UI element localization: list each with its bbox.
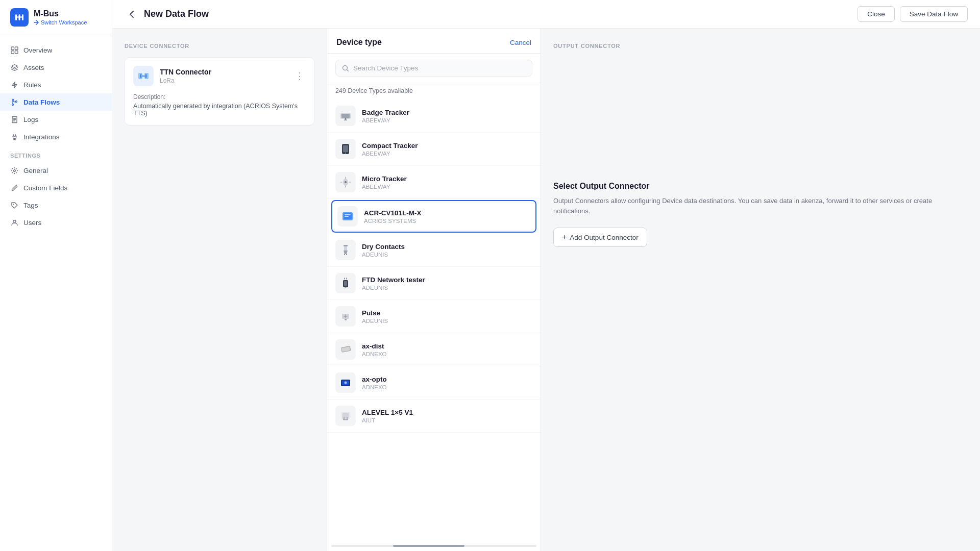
- edit-icon: [10, 184, 18, 192]
- sidebar-overview-label: Overview: [23, 46, 52, 54]
- save-data-flow-button[interactable]: Save Data Flow: [900, 6, 968, 22]
- close-button[interactable]: Close: [857, 6, 895, 22]
- add-output-label: Add Output Connector: [570, 234, 638, 241]
- plug-icon: [10, 133, 18, 141]
- svg-rect-29: [345, 216, 349, 217]
- sidebar-logo: M-Bus Switch Workspace: [0, 0, 112, 35]
- device-brand: ADEUNIS: [362, 318, 388, 324]
- connector-card-header: TTN Connector LoRa ⋮: [133, 66, 306, 86]
- svg-rect-30: [344, 245, 348, 246]
- workspace-name: M-Bus: [34, 9, 87, 18]
- output-connector-panel-label: OUTPUT CONNECTOR: [553, 43, 968, 49]
- svg-point-13: [13, 220, 16, 222]
- plus-icon: +: [562, 233, 567, 242]
- sidebar-item-general[interactable]: General: [0, 162, 112, 179]
- output-connector-panel: OUTPUT CONNECTOR Select Output Connector…: [541, 29, 980, 551]
- sidebar-item-users[interactable]: Users: [0, 214, 112, 231]
- device-name: FTD Network tester: [362, 276, 425, 284]
- sidebar-assets-label: Assets: [23, 64, 44, 71]
- svg-rect-7: [15, 51, 18, 54]
- device-name: ALEVEL 1×5 V1: [362, 409, 413, 416]
- svg-rect-14: [138, 73, 142, 79]
- device-item[interactable]: Pulse ADEUNIS: [327, 300, 541, 333]
- sidebar-item-custom-fields[interactable]: Custom Fields: [0, 179, 112, 196]
- output-connector-title: Select Output Connector: [553, 182, 968, 191]
- device-item[interactable]: ALEVEL 1×5 V1 AIUT: [327, 399, 541, 433]
- cancel-button[interactable]: Cancel: [510, 39, 531, 46]
- connector-name: TTN Connector: [160, 68, 211, 76]
- device-brand: ABEEWAY: [362, 184, 407, 190]
- sidebar-item-data-flows[interactable]: Data Flows: [0, 93, 112, 111]
- device-info: Pulse ADEUNIS: [362, 309, 388, 324]
- device-name: Dry Contacts: [362, 243, 405, 251]
- svg-rect-15: [144, 73, 149, 79]
- device-name: Micro Tracker: [362, 175, 407, 183]
- svg-rect-47: [347, 417, 348, 419]
- device-type-title: Device type: [336, 38, 382, 47]
- device-connector-panel-label: DEVICE CONNECTOR: [125, 43, 314, 49]
- page-title: New Data Flow: [144, 9, 209, 19]
- device-item[interactable]: FTD Network tester ADEUNIS: [327, 267, 541, 300]
- search-input-wrap: [335, 60, 532, 77]
- device-item[interactable]: Badge Tracker ABEEWAY: [327, 99, 541, 133]
- layers-icon: [10, 63, 18, 71]
- header-left: New Data Flow: [125, 7, 209, 21]
- sidebar-nav: Overview Assets Rules Data Flows Logs: [0, 35, 112, 551]
- device-name: Pulse: [362, 309, 388, 317]
- device-name: ACR-CV101L-M-X: [364, 209, 422, 217]
- svg-rect-38: [345, 319, 347, 320]
- svg-point-19: [345, 118, 347, 120]
- device-info: ax-opto ADNEXO: [362, 375, 387, 390]
- device-icon: [335, 139, 356, 159]
- svg-rect-20: [344, 120, 347, 121]
- back-button[interactable]: [125, 7, 139, 21]
- device-item[interactable]: ax-dist ADNEXO: [327, 333, 541, 366]
- device-brand: ADEUNIS: [362, 285, 425, 291]
- device-icon: [337, 206, 358, 227]
- sidebar-tags-label: Tags: [23, 202, 38, 209]
- svg-rect-31: [344, 246, 347, 251]
- device-name: ax-opto: [362, 375, 387, 383]
- sidebar-item-assets[interactable]: Assets: [0, 59, 112, 76]
- svg-rect-45: [342, 413, 349, 418]
- connector-card: TTN Connector LoRa ⋮ Description: Automa…: [125, 57, 314, 126]
- device-brand: ACRIOS SYSTEMS: [364, 218, 422, 224]
- content-area: DEVICE CONNECTOR TTN C: [112, 29, 980, 551]
- settings-section-title: SETTINGS: [0, 145, 112, 162]
- sidebar-logs-label: Logs: [23, 116, 38, 123]
- sidebar-item-rules[interactable]: Rules: [0, 76, 112, 93]
- switch-workspace-link[interactable]: Switch Workspace: [34, 19, 87, 26]
- device-connector-panel: DEVICE CONNECTOR TTN C: [112, 29, 327, 551]
- device-item[interactable]: Dry Contacts ADEUNIS: [327, 234, 541, 267]
- device-icon: [335, 339, 356, 360]
- device-item[interactable]: Compact Tracker ABEEWAY: [327, 133, 541, 166]
- device-item[interactable]: Micro Tracker ABEEWAY: [327, 166, 541, 199]
- main-area: New Data Flow Close Save Data Flow DEVIC…: [112, 0, 980, 551]
- device-item-selected[interactable]: ACR-CV101L-M-X ACRIOS SYSTEMS: [331, 200, 536, 233]
- sidebar-item-tags[interactable]: Tags: [0, 196, 112, 214]
- device-info: Dry Contacts ADEUNIS: [362, 243, 405, 258]
- output-connector-description: Output Connectors allow configuring Devi…: [553, 196, 968, 216]
- device-info: Micro Tracker ABEEWAY: [362, 175, 407, 190]
- device-icon: [335, 240, 356, 260]
- sidebar-item-integrations[interactable]: Integrations: [0, 128, 112, 145]
- sidebar: M-Bus Switch Workspace Overview Assets R: [0, 0, 112, 551]
- add-output-connector-button[interactable]: + Add Output Connector: [553, 228, 647, 247]
- device-brand: ADNEXO: [362, 384, 387, 390]
- device-info: Badge Tracker ABEEWAY: [362, 109, 409, 123]
- svg-point-32: [344, 254, 345, 255]
- device-icon: [335, 106, 356, 126]
- device-item[interactable]: ax-opto ADNEXO: [327, 366, 541, 399]
- file-text-icon: [10, 115, 18, 123]
- device-icon: [335, 172, 356, 192]
- device-info: ACR-CV101L-M-X ACRIOS SYSTEMS: [364, 209, 422, 224]
- connector-menu-button[interactable]: ⋮: [293, 70, 306, 82]
- search-input[interactable]: [353, 64, 526, 72]
- svg-point-23: [345, 153, 346, 154]
- connector-icon: [133, 66, 154, 86]
- svg-rect-48: [343, 419, 348, 420]
- sidebar-item-overview[interactable]: Overview: [0, 41, 112, 59]
- sidebar-item-logs[interactable]: Logs: [0, 111, 112, 128]
- settings-icon: [10, 166, 18, 174]
- sidebar-general-label: General: [23, 167, 48, 174]
